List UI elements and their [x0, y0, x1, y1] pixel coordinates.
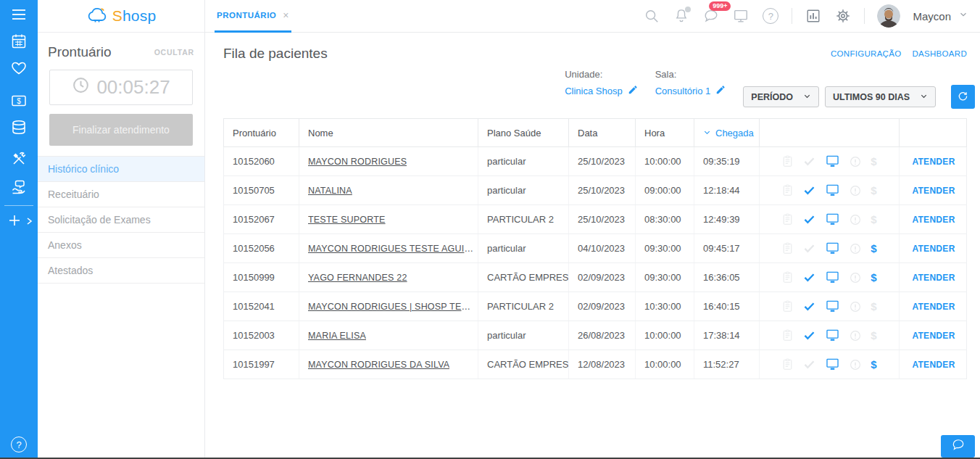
clipboard-icon[interactable] [781, 241, 794, 255]
search-icon[interactable] [643, 7, 660, 25]
dollar-icon[interactable]: $ [871, 155, 876, 168]
patient-name-link[interactable]: MAYCON RODRIGUES DA SILVA [308, 360, 449, 370]
refresh-button[interactable] [951, 85, 975, 109]
chevron-down-icon[interactable] [958, 9, 968, 22]
pencil-icon[interactable] [715, 85, 726, 97]
patient-name-link[interactable]: MAYCON RODRIGUES [308, 157, 407, 167]
sidebar-item[interactable]: Histórico clínico [38, 157, 204, 182]
atender-button[interactable]: ATENDER [912, 186, 955, 196]
monitor-call-icon[interactable] [825, 328, 840, 342]
messages-icon[interactable]: 999+ [702, 7, 720, 25]
sidebar-item[interactable]: Anexos [38, 233, 204, 258]
alert-icon[interactable] [849, 213, 862, 226]
atender-button[interactable]: ATENDER [912, 215, 955, 225]
check-icon[interactable] [802, 300, 816, 313]
chat-fab-button[interactable] [941, 435, 975, 458]
monitor-call-icon[interactable] [825, 241, 840, 255]
support-icon[interactable] [10, 178, 28, 196]
help-circle-icon[interactable]: ? [762, 7, 779, 25]
cell-hora: 10:00:00 [636, 350, 694, 379]
user-name[interactable]: Maycon [913, 10, 951, 22]
table-row: 10152041 MAYCON RODRIGUES | SHOSP TESTE … [223, 292, 967, 321]
tools-icon[interactable] [10, 150, 28, 168]
check-icon[interactable] [802, 358, 816, 371]
check-icon[interactable] [802, 155, 816, 168]
notifications-icon[interactable] [673, 7, 690, 25]
logo[interactable]: Shosp [38, 0, 204, 33]
atender-button[interactable]: ATENDER [912, 157, 955, 167]
periodo-select[interactable]: PERÍODO [743, 86, 819, 107]
unidade-value-link[interactable]: Clinica Shosp [565, 85, 638, 97]
dollar-icon[interactable]: $ [871, 271, 876, 284]
dollar-icon[interactable]: $ [871, 242, 876, 255]
sidebar-item[interactable]: Receituário [38, 182, 204, 207]
patient-name-link[interactable]: NATALINA [308, 186, 352, 196]
close-tab-icon[interactable]: × [283, 10, 288, 20]
dollar-icon[interactable]: $ [871, 329, 876, 342]
monitor-call-icon[interactable] [825, 154, 840, 168]
database-icon[interactable] [10, 119, 28, 136]
menu-icon[interactable] [10, 6, 28, 23]
dollar-icon[interactable]: $ [871, 358, 876, 371]
check-icon[interactable] [802, 271, 816, 284]
cell-plano: particular [478, 234, 569, 262]
tab-prontuario[interactable]: PRONTUÁRIO × [215, 0, 291, 33]
hide-sidebar-button[interactable]: OCULTAR [154, 48, 194, 57]
alert-icon[interactable] [849, 271, 862, 284]
monitor-call-icon[interactable] [825, 212, 840, 226]
clipboard-icon[interactable] [781, 270, 794, 284]
heart-icon[interactable] [10, 59, 28, 77]
patient-name-link[interactable]: MAYCON RODRIGUES TESTE AGUIAS DA ... [308, 244, 473, 254]
help-icon[interactable]: ? [10, 436, 28, 453]
check-icon[interactable] [802, 184, 816, 197]
alert-icon[interactable] [849, 358, 862, 371]
atender-button[interactable]: ATENDER [912, 273, 955, 283]
dollar-icon[interactable]: $ [871, 300, 876, 313]
atender-button[interactable]: ATENDER [912, 302, 955, 312]
alert-icon[interactable] [849, 242, 862, 255]
dollar-icon[interactable]: $ [871, 213, 876, 226]
monitor-call-icon[interactable] [825, 357, 840, 371]
gear-icon[interactable] [834, 7, 852, 25]
patient-name-link[interactable]: MARIA ELISA [308, 331, 366, 341]
clipboard-icon[interactable] [781, 328, 794, 342]
patient-name-link[interactable]: TESTE SUPORTE [308, 215, 386, 225]
dollar-icon[interactable]: $ [871, 184, 876, 197]
clipboard-icon[interactable] [781, 299, 794, 313]
user-avatar[interactable] [877, 4, 900, 28]
patient-name-link[interactable]: YAGO FERNANDES 22 [308, 273, 407, 283]
patient-queue-table: Prontuário Nome Plano Saúde Data Hora Ch… [223, 118, 967, 379]
atender-button[interactable]: ATENDER [912, 244, 955, 254]
bar-chart-icon[interactable] [805, 7, 822, 25]
sala-value-link[interactable]: Consultório 1 [655, 85, 726, 97]
check-icon[interactable] [802, 242, 816, 255]
alert-icon[interactable] [849, 329, 862, 342]
clipboard-icon[interactable] [781, 183, 794, 197]
clipboard-icon[interactable] [781, 212, 794, 226]
monitor-icon[interactable] [732, 7, 749, 25]
atender-button[interactable]: ATENDER [912, 360, 955, 370]
alert-icon[interactable] [849, 184, 862, 197]
clipboard-icon[interactable] [781, 357, 794, 371]
finish-attendance-button[interactable]: Finalizar atendimento [49, 114, 193, 146]
calendar-icon[interactable] [10, 33, 28, 50]
sidebar-item[interactable]: Solicitação de Exames [38, 207, 204, 233]
alert-icon[interactable] [849, 300, 862, 313]
header-chegada-sort[interactable]: Chegada [694, 119, 760, 146]
billing-icon[interactable]: $ [10, 92, 28, 109]
configuracao-link[interactable]: CONFIGURAÇÃO [831, 49, 902, 58]
monitor-call-icon[interactable] [825, 183, 840, 197]
dashboard-link[interactable]: DASHBOARD [912, 49, 967, 58]
sidebar-item[interactable]: Atestados [38, 258, 204, 284]
range-select[interactable]: ULTIMOS 90 DIAS [825, 86, 936, 107]
check-icon[interactable] [802, 213, 816, 226]
check-icon[interactable] [802, 329, 816, 342]
monitor-call-icon[interactable] [825, 299, 840, 313]
alert-icon[interactable] [849, 155, 862, 168]
add-button[interactable] [6, 212, 33, 232]
atender-button[interactable]: ATENDER [912, 331, 955, 341]
pencil-icon[interactable] [628, 85, 638, 97]
clipboard-icon[interactable] [781, 154, 794, 168]
patient-name-link[interactable]: MAYCON RODRIGUES | SHOSP TESTE [308, 302, 473, 312]
monitor-call-icon[interactable] [825, 270, 840, 284]
